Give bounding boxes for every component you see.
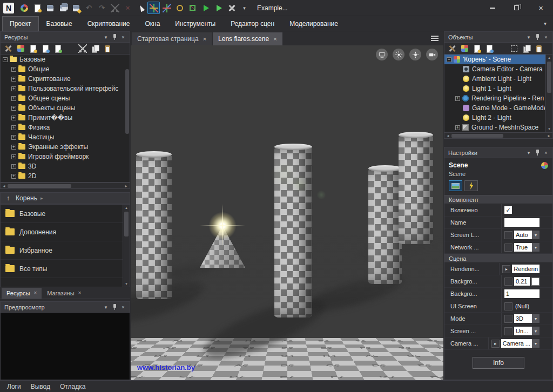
delete-button[interactable]: × [122, 2, 134, 14]
scroll-left-icon[interactable]: ◂ [1, 184, 8, 188]
expand-expander[interactable]: + [11, 174, 16, 179]
new-file-button[interactable] [28, 43, 38, 54]
status-item[interactable]: Вывод [26, 383, 55, 390]
expand-expander[interactable]: + [11, 106, 16, 111]
pin-button[interactable] [110, 303, 119, 311]
tree-item[interactable]: +Экранные эффекты [1, 142, 130, 152]
tree-item[interactable]: +2D [1, 171, 130, 181]
flare-b-button[interactable] [409, 49, 421, 60]
object-tree-item[interactable]: Game Mode - GameMode [444, 103, 552, 113]
dropdown-arrow-icon[interactable]: ▾ [532, 327, 539, 335]
tree-item[interactable]: +Частицы [1, 132, 130, 142]
save-button[interactable] [44, 2, 56, 14]
dropdown[interactable]: True▾ [514, 243, 539, 252]
up-level-button[interactable]: ↑ [4, 194, 12, 202]
collapse-expander[interactable]: − [3, 57, 8, 62]
expand-button[interactable]: ▸ [502, 265, 510, 273]
menu-item-5[interactable]: Редактор сцен [223, 16, 282, 31]
dropdown-arrow-icon[interactable]: ▾ [532, 339, 539, 348]
default-button[interactable] [504, 327, 512, 335]
color-swatch[interactable] [531, 278, 539, 286]
tree-item[interactable]: +Общее сцены [1, 93, 130, 103]
panel-menu-button[interactable]: ▾ [524, 148, 533, 157]
objects-tree-scrollbar[interactable]: ▴ ▾ [545, 55, 552, 132]
expand-expander[interactable]: + [11, 96, 16, 101]
status-item[interactable]: Отладка [55, 383, 90, 390]
reference-field[interactable]: Renderin [512, 265, 539, 273]
tab-close-icon[interactable]: × [78, 290, 82, 296]
delete-button[interactable] [65, 43, 76, 54]
tree-item-root[interactable]: −Базовые [1, 55, 130, 64]
dropdown[interactable]: Un...▾ [514, 327, 539, 335]
close-button[interactable]: × [529, 0, 553, 16]
scroll-right-icon[interactable]: ▸ [123, 184, 130, 188]
object-tree-item[interactable]: −'Корень' - Scene [444, 55, 552, 64]
dropdown[interactable]: Auto▾ [514, 231, 539, 239]
gizmo-rotate-button[interactable] [173, 2, 186, 14]
tree-item[interactable]: +Игровой фреймворк [1, 152, 130, 161]
expand-expander[interactable]: + [11, 116, 16, 120]
save-as-button[interactable] [70, 2, 82, 14]
expand-expander[interactable]: + [11, 164, 16, 169]
menu-item-3[interactable]: Окна [137, 16, 167, 31]
delete-button[interactable] [496, 43, 507, 54]
display-button[interactable] [376, 49, 388, 60]
tab-close-icon[interactable]: × [273, 36, 276, 42]
resources-tree-scrollbar[interactable] [125, 69, 129, 134]
document-list-button[interactable] [431, 36, 439, 41]
gizmo-move-button[interactable] [160, 2, 173, 14]
tools-button[interactable] [3, 43, 14, 54]
panel-menu-button[interactable]: ▾ [524, 33, 533, 41]
restore-button[interactable] [504, 0, 529, 16]
file-import-button[interactable] [484, 43, 495, 54]
object-gizmo-icon[interactable] [541, 162, 548, 169]
scroll-down-icon[interactable]: ▾ [548, 126, 550, 132]
expand-expander[interactable]: + [11, 125, 16, 130]
dropdown-arrow-icon[interactable]: ▾ [532, 243, 539, 252]
panel-menu-button[interactable]: ▾ [102, 33, 110, 41]
redo-button[interactable]: ↷ [96, 2, 108, 14]
expander[interactable]: − [447, 57, 451, 62]
undo-button[interactable]: ↶ [83, 2, 95, 14]
status-item[interactable]: Логи [2, 383, 26, 390]
object-tree-item[interactable]: +Ground - MeshInSpace [444, 123, 552, 132]
category-item[interactable]: Избранное [1, 241, 130, 260]
category-item[interactable]: Базовые [1, 205, 130, 223]
object-tree-item[interactable]: Light 2 - Light [444, 113, 552, 123]
scene-viewport[interactable]: A1B1C1D1E1F1G1H1A2B2C2D2E2F2G2H2A3D2E2F2… [131, 45, 443, 380]
build-button[interactable] [225, 2, 238, 14]
object-tree-item[interactable]: Camera Editor - Camera [444, 64, 552, 74]
tree-item[interactable]: +Объекты сцены [1, 103, 130, 113]
expand-expander[interactable]: + [11, 135, 16, 140]
pin-button[interactable] [533, 33, 542, 41]
save-all-button[interactable] [57, 2, 69, 14]
tree-item[interactable]: +Физика [1, 123, 130, 132]
scroll-thumb[interactable] [451, 134, 503, 138]
camera-button[interactable] [426, 49, 438, 60]
default-button[interactable] [504, 278, 512, 286]
menu-item-4[interactable]: Инструменты [167, 16, 223, 31]
expand-expander[interactable]: + [11, 67, 16, 72]
file-edit-button[interactable] [52, 43, 63, 54]
cut-button[interactable] [109, 2, 121, 14]
scroll-thumb[interactable] [124, 212, 129, 236]
info-button[interactable]: Info [473, 357, 524, 369]
bottom-tab[interactable]: Магазины× [42, 288, 86, 299]
panel-close-button[interactable]: × [542, 148, 550, 157]
components-button[interactable] [459, 43, 470, 54]
menu-item-1[interactable]: Базовые [39, 16, 80, 31]
expand-expander[interactable]: + [11, 77, 16, 82]
bottom-tab[interactable]: Ресурсы× [2, 288, 42, 299]
new-file-button[interactable] [471, 43, 482, 54]
tree-item[interactable]: +Примит��вы [1, 113, 130, 123]
panel-close-button[interactable]: × [119, 33, 127, 41]
panel-close-button[interactable]: × [119, 303, 127, 311]
menu-overflow-button[interactable]: ▾ [544, 21, 547, 26]
file-import-button[interactable] [40, 43, 51, 54]
categories-scrollbar[interactable]: ▴ ▾ [123, 205, 130, 287]
document-tab[interactable]: Lens flares.scene× [213, 32, 282, 45]
tab-close-icon[interactable]: × [33, 290, 37, 296]
panel-close-button[interactable]: × [542, 33, 550, 41]
pin-button[interactable] [110, 33, 119, 41]
default-button[interactable] [504, 302, 512, 310]
